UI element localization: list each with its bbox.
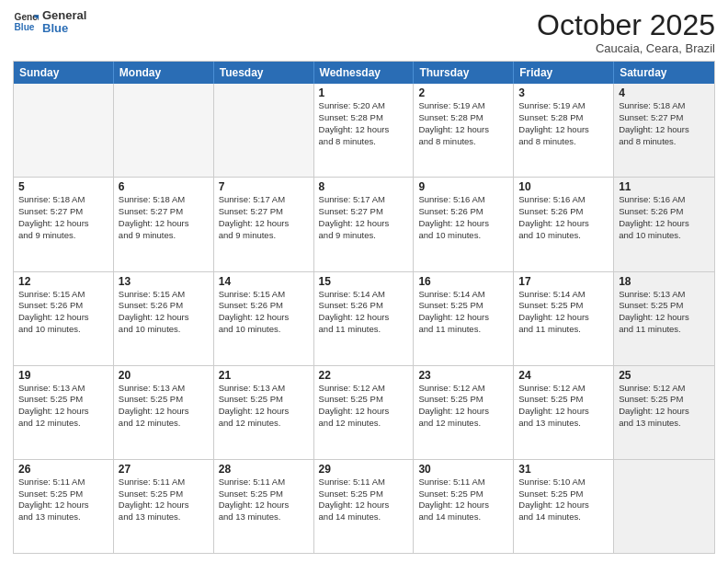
day-number: 3 [518,86,609,99]
day-number: 27 [119,463,209,476]
cell-text-line: and 8 minutes. [518,136,609,148]
cell-text-line: Daylight: 12 hours [418,124,508,136]
cell-text-line: Sunset: 5:25 PM [418,394,508,406]
cell-text-line: and 14 minutes. [319,511,409,523]
cell-text-line: Sunrise: 5:11 AM [18,477,108,488]
cell-text-line: Sunset: 5:27 PM [119,206,209,218]
cell-text-line: Sunrise: 5:12 AM [418,383,508,395]
calendar-cell: 23Sunrise: 5:12 AMSunset: 5:25 PMDayligh… [414,366,514,459]
cell-text-line: Sunset: 5:27 PM [219,206,309,218]
cell-text-line: and 10 minutes. [418,230,508,242]
cell-text-line: Daylight: 12 hours [119,218,209,230]
logo-text: General Blue [42,9,86,36]
calendar-row-4: 19Sunrise: 5:13 AMSunset: 5:25 PMDayligh… [14,365,714,459]
cell-text-line: Sunset: 5:26 PM [18,300,108,312]
cell-text-line: Daylight: 12 hours [18,312,108,324]
cell-text-line: Sunset: 5:26 PM [518,206,609,218]
cell-text-line: Sunrise: 5:16 AM [518,194,609,206]
cell-text-line: Daylight: 12 hours [319,218,409,230]
calendar-cell: 24Sunrise: 5:12 AMSunset: 5:25 PMDayligh… [514,366,614,459]
calendar-cell: 18Sunrise: 5:13 AMSunset: 5:25 PMDayligh… [614,272,714,365]
cell-text-line: and 9 minutes. [18,230,108,242]
cell-text-line: Daylight: 12 hours [319,406,409,418]
calendar-cell [114,84,214,177]
cell-text-line: Daylight: 12 hours [418,218,508,230]
cell-text-line: Daylight: 12 hours [119,500,209,511]
cell-text-line: Daylight: 12 hours [18,500,108,511]
cell-text-line: Daylight: 12 hours [319,500,409,511]
cell-text-line: Sunset: 5:25 PM [319,488,409,500]
cell-text-line: and 13 minutes. [518,418,609,430]
day-number: 18 [619,275,710,288]
cell-text-line: Sunrise: 5:19 AM [418,100,508,112]
cell-text-line: and 14 minutes. [518,511,609,523]
cell-text-line: Daylight: 12 hours [518,406,609,418]
calendar-row-1: 1Sunrise: 5:20 AMSunset: 5:28 PMDaylight… [14,84,714,177]
cell-text-line: Sunset: 5:25 PM [18,488,108,500]
cell-text-line: Daylight: 12 hours [619,124,710,136]
calendar-cell: 8Sunrise: 5:17 AMSunset: 5:27 PMDaylight… [314,178,415,270]
cell-text-line: Sunrise: 5:17 AM [319,194,409,206]
cell-text-line: Sunset: 5:25 PM [319,394,409,406]
day-number: 15 [319,275,409,288]
calendar-cell: 16Sunrise: 5:14 AMSunset: 5:25 PMDayligh… [414,272,514,365]
cell-text-line: and 12 minutes. [119,418,209,430]
calendar-cell: 21Sunrise: 5:13 AMSunset: 5:25 PMDayligh… [214,366,314,459]
weekday-header-sunday: Sunday [14,62,114,84]
cell-text-line: Sunset: 5:27 PM [619,112,710,124]
weekday-header-tuesday: Tuesday [214,62,314,84]
cell-text-line: Sunrise: 5:18 AM [619,100,710,112]
day-number: 13 [119,275,209,288]
cell-text-line: Sunset: 5:25 PM [219,488,309,500]
cell-text-line: and 11 minutes. [319,324,409,336]
cell-text-line: Sunset: 5:28 PM [319,112,409,124]
day-number: 31 [518,463,609,476]
cell-text-line: Sunset: 5:26 PM [119,300,209,312]
cell-text-line: Daylight: 12 hours [319,312,409,324]
cell-text-line: and 13 minutes. [18,511,108,523]
day-number: 17 [518,275,609,288]
day-number: 25 [619,369,710,382]
cell-text-line: and 9 minutes. [319,230,409,242]
cell-text-line: Sunrise: 5:15 AM [119,289,209,301]
day-number: 12 [18,275,108,288]
calendar-cell: 30Sunrise: 5:11 AMSunset: 5:25 PMDayligh… [414,460,514,553]
cell-text-line: Daylight: 12 hours [319,124,409,136]
day-number: 19 [18,369,108,382]
cell-text-line: Sunrise: 5:14 AM [418,289,508,301]
cell-text-line: Sunrise: 5:18 AM [119,194,209,206]
day-number: 5 [18,180,108,193]
cell-text-line: Daylight: 12 hours [418,312,508,324]
cell-text-line: and 10 minutes. [619,230,710,242]
cell-text-line: Sunset: 5:28 PM [518,112,609,124]
cell-text-line: Sunrise: 5:11 AM [319,477,409,488]
day-number: 28 [219,463,309,476]
day-number: 8 [319,180,409,193]
cell-text-line: Sunrise: 5:15 AM [18,289,108,301]
calendar-cell: 2Sunrise: 5:19 AMSunset: 5:28 PMDaylight… [414,84,514,177]
cell-text-line: and 12 minutes. [18,418,108,430]
day-number: 29 [319,463,409,476]
cell-text-line: and 10 minutes. [518,230,609,242]
cell-text-line: Sunrise: 5:18 AM [18,194,108,206]
calendar-cell: 3Sunrise: 5:19 AMSunset: 5:28 PMDaylight… [514,84,614,177]
calendar-cell: 9Sunrise: 5:16 AMSunset: 5:26 PMDaylight… [414,178,514,270]
cell-text-line: Sunset: 5:25 PM [518,488,609,500]
cell-text-line: Sunrise: 5:16 AM [418,194,508,206]
logo: General Blue General Blue [13,9,86,36]
day-number: 10 [518,180,609,193]
month-title: October 2025 [537,9,715,41]
day-number: 1 [319,86,409,99]
calendar-cell: 28Sunrise: 5:11 AMSunset: 5:25 PMDayligh… [214,460,314,553]
cell-text-line: Sunrise: 5:20 AM [319,100,409,112]
cell-text-line: Sunset: 5:25 PM [119,394,209,406]
cell-text-line: Sunset: 5:25 PM [18,394,108,406]
cell-text-line: Daylight: 12 hours [418,406,508,418]
cell-text-line: Daylight: 12 hours [619,218,710,230]
cell-text-line: Sunset: 5:26 PM [319,300,409,312]
calendar-cell: 7Sunrise: 5:17 AMSunset: 5:27 PMDaylight… [214,178,314,270]
weekday-header-wednesday: Wednesday [314,62,415,84]
calendar-cell: 15Sunrise: 5:14 AMSunset: 5:26 PMDayligh… [314,272,415,365]
svg-text:Blue: Blue [15,23,35,33]
weekday-header-saturday: Saturday [614,62,714,84]
